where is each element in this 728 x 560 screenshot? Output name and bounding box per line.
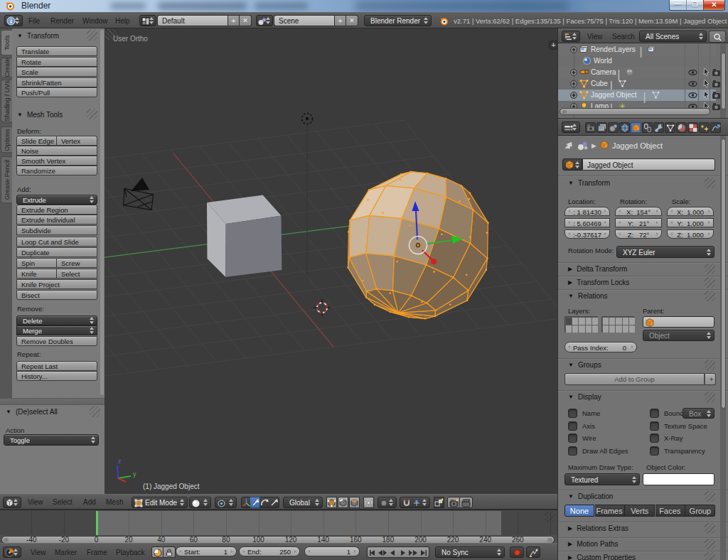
- svg-text:y: y: [133, 470, 136, 478]
- svg-text:z: z: [118, 458, 122, 465]
- svg-text:i: i: [10, 18, 12, 25]
